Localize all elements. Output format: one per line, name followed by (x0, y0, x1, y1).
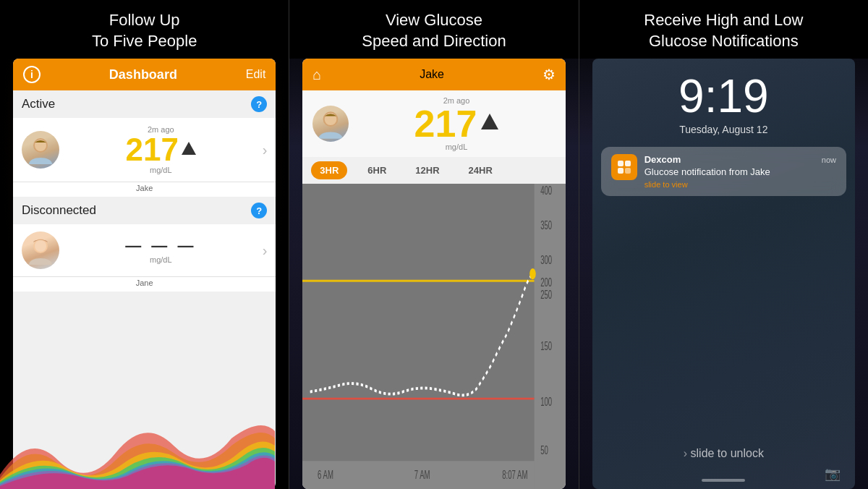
dexcom-logo-icon (616, 158, 633, 176)
jane-glucose-info: — — — mg/dL (67, 237, 255, 264)
svg-text:7 AM: 7 AM (414, 468, 430, 482)
dexcom-notif-icon (611, 154, 637, 180)
panel2-header: View GlucoseSpeed and Direction (289, 0, 578, 59)
active-title: Active (22, 97, 55, 111)
notif-time: now (822, 156, 836, 164)
app-topbar-2: ⌂ Jake ⚙ (302, 59, 565, 90)
jane-card[interactable]: — — — mg/dL › (13, 224, 276, 277)
disconnected-section-header: Disconnected ? (13, 197, 276, 224)
svg-rect-6 (302, 184, 535, 461)
notif-action[interactable]: slide to view (644, 180, 836, 189)
time-btn-3hr[interactable]: 3HR (311, 161, 347, 179)
svg-text:8:07 AM: 8:07 AM (503, 468, 528, 482)
panel3-header: Receive High and LowGlucose Notification… (579, 0, 868, 59)
glucose-chart: 400 350 300 250 200 150 100 50 6 AM 7 AM… (302, 184, 565, 489)
jake-page-title: Jake (420, 68, 444, 81)
panel1-header: Follow UpTo Five People (0, 0, 289, 59)
jake-chevron: › (263, 142, 268, 158)
jane-name-label: Jane (13, 277, 276, 292)
svg-point-9 (530, 268, 537, 279)
panel-glucose-speed: View GlucoseSpeed and Direction ⌂ Jake ⚙ (289, 0, 579, 489)
jake-trend-arrow (182, 142, 196, 155)
svg-rect-22 (618, 161, 624, 166)
active-help-icon[interactable]: ? (251, 96, 267, 112)
person-detail: 2m ago 217 mg/dL (302, 90, 565, 157)
panel-follow-up: Follow UpTo Five People i Dashboard Edit… (0, 0, 289, 489)
notif-header: Dexcom now (644, 154, 836, 165)
active-section-header: Active ? (13, 90, 276, 118)
camera-icon: 📷 (825, 466, 841, 482)
jake-detail-trend (481, 114, 498, 129)
notif-app-name: Dexcom (644, 154, 681, 165)
jake-glucose-reading: 217 (126, 134, 196, 166)
home-icon[interactable]: ⌂ (312, 67, 321, 83)
disconnected-help-icon[interactable]: ? (251, 203, 267, 218)
svg-rect-23 (625, 161, 631, 166)
jake-glucose-value: 217 (126, 134, 179, 166)
slide-text: slide to unlock (691, 447, 764, 459)
jake-name-label: Jake (13, 182, 276, 197)
svg-text:6 AM: 6 AM (318, 468, 333, 482)
svg-point-3 (35, 240, 46, 252)
jane-unit: mg/dL (150, 255, 172, 264)
svg-text:400: 400 (540, 184, 552, 197)
svg-text:150: 150 (540, 339, 552, 353)
jake-card[interactable]: 2m ago 217 mg/dL › (13, 118, 276, 182)
svg-text:100: 100 (540, 394, 552, 409)
jake-avatar (22, 131, 59, 169)
jake-detail-unit: mg/dL (357, 143, 555, 151)
jane-dashes: — — — (125, 237, 196, 255)
time-btn-12hr[interactable]: 12HR (407, 161, 448, 179)
svg-text:50: 50 (540, 443, 548, 457)
svg-text:250: 250 (540, 287, 552, 302)
rainbow-decoration (0, 417, 275, 489)
phone-screen-2: ⌂ Jake ⚙ 2m ago (302, 59, 565, 489)
svg-text:350: 350 (540, 218, 552, 232)
slide-to-unlock[interactable]: › slide to unlock (592, 447, 855, 460)
edit-button[interactable]: Edit (246, 68, 266, 81)
chart-svg: 400 350 300 250 200 150 100 50 6 AM 7 AM… (302, 184, 565, 489)
svg-rect-25 (625, 168, 631, 174)
notification-card: Dexcom now Glucose notification from Jak… (601, 147, 846, 196)
time-btn-6hr[interactable]: 6HR (359, 161, 395, 179)
lock-date: Tuesday, August 12 (679, 124, 767, 135)
notification-content: Dexcom now Glucose notification from Jak… (644, 154, 836, 189)
app-topbar-1: i Dashboard Edit (13, 59, 276, 90)
jake-unit: mg/dL (150, 166, 172, 174)
jane-chevron: › (263, 242, 268, 259)
glucose-detail: 2m ago 217 mg/dL (357, 96, 555, 151)
panel-notifications: Receive High and LowGlucose Notification… (579, 0, 868, 489)
jake-glucose-info: 2m ago 217 mg/dL (67, 125, 255, 174)
time-range-bar: 3HR 6HR 12HR 24HR (302, 157, 565, 184)
jake-detail-value: 217 (414, 105, 477, 143)
jake-detail-avatar (312, 106, 349, 142)
jane-avatar (22, 231, 59, 269)
dashboard-title: Dashboard (109, 67, 177, 82)
jake-detail-glucose: 217 (357, 105, 555, 143)
home-bar (702, 479, 745, 482)
lock-screen: 9:19 Tuesday, August 12 Dex (592, 59, 855, 489)
notif-message: Glucose notification from Jake (644, 166, 836, 177)
gear-icon[interactable]: ⚙ (542, 66, 556, 83)
info-icon[interactable]: i (23, 66, 41, 83)
svg-text:300: 300 (540, 252, 552, 267)
disconnected-title: Disconnected (22, 203, 96, 218)
slide-chevron-icon: › (684, 447, 687, 459)
lock-time: 9:19 (678, 73, 769, 119)
svg-rect-24 (618, 168, 624, 174)
main-container: Follow UpTo Five People i Dashboard Edit… (0, 0, 868, 489)
svg-text:200: 200 (540, 275, 552, 289)
time-btn-24hr[interactable]: 24HR (460, 161, 501, 179)
